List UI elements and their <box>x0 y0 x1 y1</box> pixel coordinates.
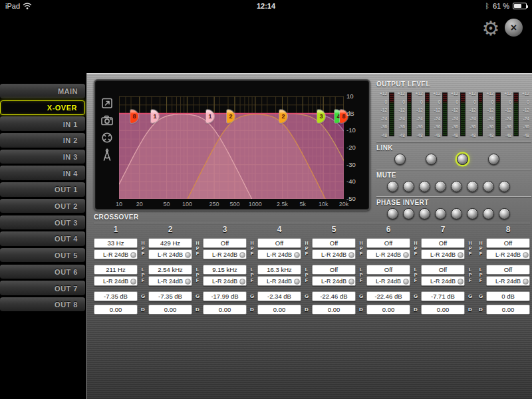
mute-button-5[interactable] <box>451 181 462 192</box>
mute-button-1[interactable] <box>387 181 398 192</box>
lpf-slope-field-ch5[interactable]: L-R 24dB <box>312 276 356 286</box>
sidebar-item-in-3[interactable]: IN 3 <box>0 150 85 165</box>
sidebar-item-out-7[interactable]: OUT 7 <box>0 281 85 296</box>
hpf-label: HPF <box>359 238 362 259</box>
crossover-channel-3: 3OffL-R 24dB9.15 kHzL-R 24dB-17.99 dB0.0… <box>203 225 257 315</box>
lpf-slope-field-ch3[interactable]: L-R 24dB <box>203 276 247 286</box>
delay-field-ch5[interactable]: 0.00 <box>312 305 356 315</box>
mute-button-3[interactable] <box>419 181 430 192</box>
lpf-frequency-field-ch6[interactable]: Off <box>366 265 410 275</box>
x-tick-50: 50 <box>156 201 178 207</box>
hpf-frequency-field-ch4[interactable]: Off <box>257 238 301 248</box>
camera-snapshot-icon[interactable] <box>98 112 116 128</box>
link-button-1[interactable] <box>394 154 406 165</box>
close-button[interactable]: × <box>505 19 523 37</box>
mute-button-7[interactable] <box>483 181 494 192</box>
lpf-frequency-field-ch2[interactable]: 2.54 kHz <box>148 265 192 275</box>
sidebar-item-out-8[interactable]: OUT 8 <box>0 297 85 313</box>
hpf-frequency-field-ch3[interactable]: Off <box>203 238 247 248</box>
slope-knob-icon <box>239 252 245 258</box>
mute-button-4[interactable] <box>435 181 446 192</box>
lpf-frequency-field-ch8[interactable]: Off <box>486 265 530 275</box>
settings-gear-button[interactable]: ⚙ <box>480 17 501 40</box>
hpf-slope-field-ch5[interactable]: L-R 24dB <box>312 249 356 259</box>
gain-field-ch2[interactable]: -7.35 dB <box>148 291 192 301</box>
slope-knob-icon <box>458 279 464 285</box>
meter-scale: +120-12-24-36-48 <box>501 91 513 138</box>
hpf-slope-field-ch2[interactable]: L-R 24dB <box>148 249 192 259</box>
link-button-3[interactable] <box>457 154 468 165</box>
x-tick-500: 500 <box>223 201 246 207</box>
lpf-slope-field-ch8[interactable]: L-R 24dB <box>486 276 530 286</box>
slope-knob-icon <box>294 279 300 285</box>
d-label: D <box>414 305 418 315</box>
sidebar-item-main[interactable]: MAIN <box>0 84 85 99</box>
meter-scale: +120-12-24-36-48 <box>483 91 495 138</box>
hpf-frequency-field-ch5[interactable]: Off <box>312 238 356 248</box>
lpf-label: LPF <box>414 265 418 286</box>
slope-knob-icon <box>130 279 136 285</box>
hpf-slope-field-ch6[interactable]: L-R 24dB <box>366 249 410 259</box>
target-circle-icon[interactable] <box>98 130 116 145</box>
sidebar-item-out-6[interactable]: OUT 6 <box>0 265 85 280</box>
lpf-slope-field-ch7[interactable]: L-R 24dB <box>421 276 465 286</box>
gain-field-ch4[interactable]: -2.34 dB <box>257 291 301 301</box>
hpf-slope-field-ch1[interactable]: L-R 24dB <box>94 249 138 259</box>
hpf-label: HPF <box>414 238 417 259</box>
delay-field-ch8[interactable]: 0.00 <box>486 305 530 315</box>
link-button-2[interactable] <box>426 154 437 165</box>
mute-button-2[interactable] <box>403 181 414 192</box>
gain-field-ch7[interactable]: -7.71 dB <box>421 291 465 301</box>
gain-field-ch3[interactable]: -17.99 dB <box>203 291 247 301</box>
lpf-frequency-field-ch4[interactable]: 16.3 kHz <box>257 265 301 275</box>
battery-percent-label: 61 % <box>493 2 509 10</box>
y-tick--20: -20 <box>346 144 366 151</box>
sidebar-item-out-5[interactable]: OUT 5 <box>0 248 85 263</box>
lpf-frequency-field-ch7[interactable]: Off <box>421 265 465 275</box>
hpf-label: HPF <box>468 238 471 259</box>
delay-field-ch1[interactable]: 0.00 <box>94 305 138 315</box>
lpf-slope-field-ch6[interactable]: L-R 24dB <box>366 276 410 286</box>
hpf-slope-field-ch4[interactable]: L-R 24dB <box>257 249 301 259</box>
lpf-slope-field-ch1[interactable]: L-R 24dB <box>94 276 138 286</box>
delay-field-ch7[interactable]: 0.00 <box>421 305 465 315</box>
delay-field-ch6[interactable]: 0.00 <box>366 305 410 315</box>
lpf-frequency-field-ch5[interactable]: Off <box>312 265 356 275</box>
delay-field-ch3[interactable]: 0.00 <box>203 305 247 315</box>
sidebar-item-out-4[interactable]: OUT 4 <box>0 231 85 247</box>
sidebar-item-in-1[interactable]: IN 1 <box>0 116 85 132</box>
mute-button-6[interactable] <box>467 181 478 192</box>
delay-field-ch4[interactable]: 0.00 <box>257 305 301 315</box>
hpf-frequency-field-ch8[interactable]: Off <box>486 238 530 248</box>
gain-field-ch8[interactable]: 0 dB <box>486 291 530 301</box>
hpf-slope-field-ch7[interactable]: L-R 24dB <box>421 249 465 259</box>
sidebar-item-out-1[interactable]: OUT 1 <box>0 182 85 198</box>
gain-field-ch5[interactable]: -22.46 dB <box>312 291 356 301</box>
sidebar-item-in-4[interactable]: IN 4 <box>0 166 85 181</box>
hpf-frequency-field-ch6[interactable]: Off <box>366 238 410 248</box>
lpf-slope-field-ch2[interactable]: L-R 24dB <box>148 276 192 286</box>
hpf-slope-field-ch3[interactable]: L-R 24dB <box>203 249 247 259</box>
hpf-slope-field-ch8[interactable]: L-R 24dB <box>486 249 530 259</box>
lpf-frequency-field-ch3[interactable]: 9.15 kHz <box>203 265 247 275</box>
d-label: D <box>250 305 254 315</box>
gain-field-ch6[interactable]: -22.46 dB <box>366 291 410 301</box>
gain-field-ch1[interactable]: -7.35 dB <box>94 291 138 301</box>
hpf-frequency-field-ch1[interactable]: 33 Hz <box>94 238 138 248</box>
link-button-4[interactable] <box>488 154 499 165</box>
delay-field-ch2[interactable]: 0.00 <box>148 305 192 315</box>
sidebar-item-in-2[interactable]: IN 2 <box>0 133 85 148</box>
compass-tool-icon[interactable] <box>98 147 116 162</box>
lpf-frequency-field-ch1[interactable]: 211 Hz <box>94 265 138 275</box>
sidebar-item-out-2[interactable]: OUT 2 <box>0 199 85 214</box>
hpf-frequency-field-ch2[interactable]: 429 Hz <box>148 238 192 248</box>
g-label: G <box>141 291 145 301</box>
hpf-frequency-field-ch7[interactable]: Off <box>421 238 465 248</box>
lpf-slope-field-ch4[interactable]: L-R 24dB <box>257 276 301 286</box>
level-meter-7 <box>495 92 501 136</box>
slope-knob-icon <box>185 252 191 258</box>
expand-icon[interactable] <box>98 95 116 110</box>
mute-button-8[interactable] <box>499 181 510 192</box>
sidebar-item-out-3[interactable]: OUT 3 <box>0 215 85 231</box>
sidebar-item-x-over[interactable]: X-OVER <box>0 100 85 116</box>
